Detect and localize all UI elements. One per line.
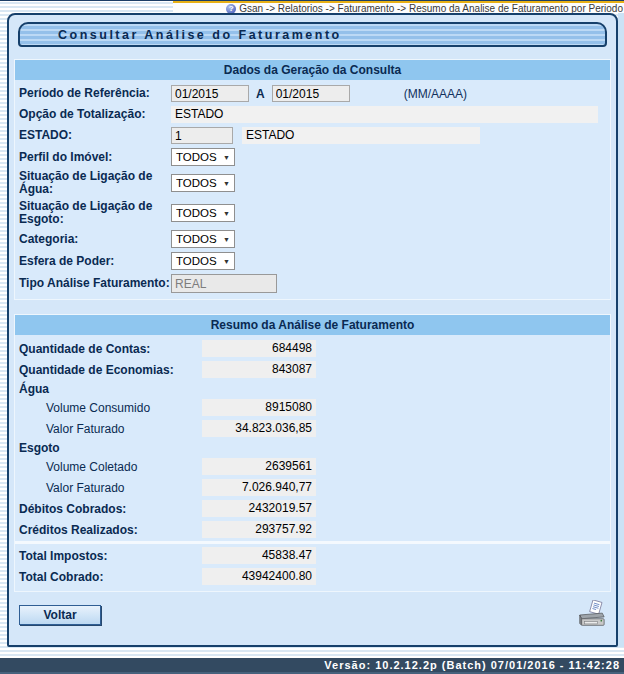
chevron-down-icon: ▼ bbox=[223, 180, 230, 187]
chevron-down-icon: ▼ bbox=[223, 154, 230, 161]
page-frame: Consultar Análise do Faturamento Dados d… bbox=[7, 13, 618, 647]
summary-row-taxes: Total Impostos: 45838.47 bbox=[15, 545, 610, 566]
summary-section-header: Resumo da Análise de Faturamento bbox=[15, 315, 610, 335]
period-from-input[interactable] bbox=[171, 85, 249, 102]
period-row: Período de Referência: A (MM/AAAA) bbox=[15, 83, 610, 104]
summary-value: 2639561 bbox=[202, 458, 316, 475]
sewer-connection-row: Situação de Ligação de Esgoto: TODOS ▼ bbox=[15, 198, 610, 228]
summary-value: 8915080 bbox=[202, 399, 316, 416]
summary-value: 43942400.80 bbox=[202, 568, 316, 585]
summary-label: Total Cobrado: bbox=[19, 570, 202, 584]
analysis-type-input bbox=[171, 274, 277, 293]
chevron-down-icon: ▼ bbox=[223, 258, 230, 265]
summary-row-water-volume: Volume Consumido 8915080 bbox=[15, 397, 610, 418]
estado-label: ESTADO: bbox=[19, 129, 171, 142]
summary-section: Resumo da Análise de Faturamento Quantid… bbox=[14, 314, 611, 592]
period-connector: A bbox=[256, 87, 265, 101]
summary-label: Créditos Realizados: bbox=[19, 523, 202, 537]
summary-group-sewage: Esgoto bbox=[15, 439, 610, 456]
estado-row: ESTADO: ESTADO bbox=[15, 125, 610, 146]
summary-value: 7.026.940,77 bbox=[202, 479, 316, 496]
right-gutter bbox=[618, 13, 624, 647]
help-icon[interactable]: ? bbox=[226, 4, 236, 14]
power-sphere-select[interactable]: TODOS ▼ bbox=[171, 252, 235, 270]
water-connection-select[interactable]: TODOS ▼ bbox=[171, 174, 235, 192]
printer-icon bbox=[580, 600, 604, 625]
estado-code-input[interactable] bbox=[171, 127, 233, 144]
water-connection-row: Situação de Ligação de Água: TODOS ▼ bbox=[15, 168, 610, 198]
totalization-value-field: ESTADO bbox=[171, 106, 598, 123]
summary-row-debits: Débitos Cobrados: 2432019.57 bbox=[15, 498, 610, 519]
totalization-label: Opção de Totalização: bbox=[19, 108, 171, 121]
summary-label: Quantidade de Economias: bbox=[19, 363, 202, 377]
voltar-button[interactable]: Voltar bbox=[19, 605, 101, 625]
analysis-type-row: Tipo Análise Faturamento: bbox=[15, 272, 610, 295]
summary-group-water: Água bbox=[15, 380, 610, 397]
power-sphere-row: Esfera de Poder: TODOS ▼ bbox=[15, 250, 610, 272]
summary-section-body: Quantidade de Contas: 684498 Quantidade … bbox=[15, 335, 610, 591]
page-title-bar: Consultar Análise do Faturamento bbox=[18, 22, 607, 47]
query-section-body: Período de Referência: A (MM/AAAA) Opção… bbox=[15, 80, 610, 299]
print-button[interactable] bbox=[576, 600, 606, 630]
summary-row-sewage-billed: Valor Faturado 7.026.940,77 bbox=[15, 477, 610, 498]
summary-row-credits: Créditos Realizados: 293757.92 bbox=[15, 519, 610, 540]
actions-row: Voltar bbox=[19, 600, 606, 630]
sewer-connection-label: Situação de Ligação de Esgoto: bbox=[19, 200, 171, 226]
summary-label: Volume Coletado bbox=[19, 460, 202, 474]
summary-value: 293757.92 bbox=[202, 521, 316, 538]
summary-divider bbox=[15, 541, 610, 544]
summary-row-water-billed: Valor Faturado 34.823.036,85 bbox=[15, 418, 610, 439]
summary-label: Débitos Cobrados: bbox=[19, 502, 202, 516]
water-connection-label: Situação de Ligação de Água: bbox=[19, 170, 171, 196]
summary-value: 843087 bbox=[202, 361, 316, 378]
profile-label: Perfil do Imóvel: bbox=[19, 151, 171, 164]
profile-select[interactable]: TODOS ▼ bbox=[171, 148, 235, 166]
sewer-connection-select-value: TODOS bbox=[176, 207, 217, 219]
period-label: Período de Referência: bbox=[19, 87, 171, 100]
query-section-header: Dados da Geração da Consulta bbox=[15, 60, 610, 80]
sewer-connection-select[interactable]: TODOS ▼ bbox=[171, 204, 235, 222]
summary-label: Quantidade de Contas: bbox=[19, 342, 202, 356]
section-gap bbox=[9, 300, 616, 314]
period-to-input[interactable] bbox=[272, 85, 350, 102]
summary-value: 45838.47 bbox=[202, 547, 316, 564]
estado-name-field: ESTADO bbox=[242, 127, 480, 144]
summary-label: Volume Consumido bbox=[19, 401, 202, 415]
totalization-row: Opção de Totalização: ESTADO bbox=[15, 104, 610, 125]
category-select[interactable]: TODOS ▼ bbox=[171, 230, 235, 248]
category-row: Categoria: TODOS ▼ bbox=[15, 228, 610, 250]
profile-select-value: TODOS bbox=[176, 151, 217, 163]
query-section: Dados da Geração da Consulta Período de … bbox=[14, 59, 611, 300]
summary-row-sewage-volume: Volume Coletado 2639561 bbox=[15, 456, 610, 477]
summary-value: 684498 bbox=[202, 340, 316, 357]
period-format-hint: (MM/AAAA) bbox=[404, 87, 467, 101]
summary-label: Valor Faturado bbox=[19, 422, 202, 436]
analysis-type-label: Tipo Análise Faturamento: bbox=[19, 277, 171, 290]
summary-label: Valor Faturado bbox=[19, 481, 202, 495]
category-label: Categoria: bbox=[19, 233, 171, 246]
summary-label: Total Impostos: bbox=[19, 549, 202, 563]
summary-row-total-charged: Total Cobrado: 43942400.80 bbox=[15, 566, 610, 587]
chevron-down-icon: ▼ bbox=[223, 210, 230, 217]
summary-row-economies: Quantidade de Economias: 843087 bbox=[15, 359, 610, 380]
summary-value: 34.823.036,85 bbox=[202, 420, 316, 437]
water-connection-select-value: TODOS bbox=[176, 177, 217, 189]
version-text: Versão: 10.2.12.2p (Batch) 07/01/2016 - … bbox=[324, 659, 620, 671]
profile-row: Perfil do Imóvel: TODOS ▼ bbox=[15, 146, 610, 168]
category-select-value: TODOS bbox=[176, 233, 217, 245]
version-bar: Versão: 10.2.12.2p (Batch) 07/01/2016 - … bbox=[0, 658, 624, 674]
summary-row-accounts: Quantidade de Contas: 684498 bbox=[15, 338, 610, 359]
power-sphere-label: Esfera de Poder: bbox=[19, 255, 171, 268]
page-title: Consultar Análise do Faturamento bbox=[58, 28, 342, 42]
power-sphere-select-value: TODOS bbox=[176, 255, 217, 267]
chevron-down-icon: ▼ bbox=[223, 236, 230, 243]
summary-value: 2432019.57 bbox=[202, 500, 316, 517]
